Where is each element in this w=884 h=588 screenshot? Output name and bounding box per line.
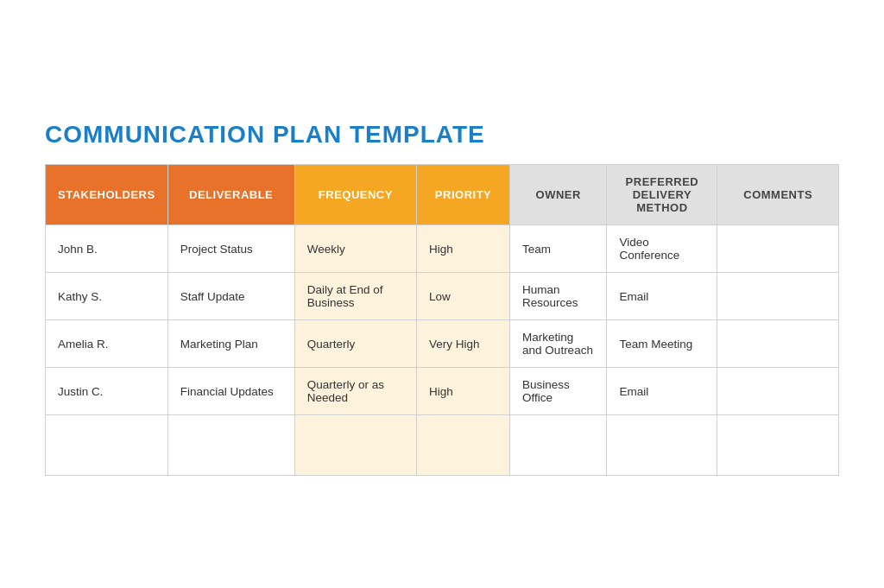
cell-stakeholder: Justin C. — [46, 368, 168, 415]
cell-priority: High — [417, 225, 510, 273]
page-container: COMMUNICATION PLAN TEMPLATE STAKEHOLDERS… — [19, 95, 865, 493]
page-title: COMMUNICATION PLAN TEMPLATE — [45, 121, 839, 149]
cell-owner: Human Resources — [510, 273, 607, 320]
cell-frequency — [294, 415, 416, 476]
cell-comments — [717, 225, 839, 273]
th-comments: COMMENTS — [717, 165, 839, 225]
cell-priority: Very High — [417, 320, 510, 368]
table-row: John B.Project StatusWeeklyHighTeamVideo… — [46, 225, 839, 273]
cell-frequency: Weekly — [294, 225, 416, 273]
th-owner: OWNER — [510, 165, 607, 225]
cell-frequency: Daily at End of Business — [294, 273, 416, 320]
cell-priority: Low — [417, 273, 510, 320]
cell-deliverable: Staff Update — [167, 273, 294, 320]
cell-delivery_method: Email — [607, 273, 717, 320]
th-priority: PRIORITY — [417, 165, 510, 225]
cell-owner: Business Office — [510, 368, 607, 415]
th-deliverable: DELIVERABLE — [167, 165, 294, 225]
header-row: STAKEHOLDERS DELIVERABLE FREQUENCY PRIOR… — [46, 165, 839, 225]
cell-stakeholder — [46, 415, 168, 476]
th-stakeholders: STAKEHOLDERS — [46, 165, 168, 225]
cell-comments — [717, 273, 839, 320]
cell-owner: Team — [510, 225, 607, 273]
cell-deliverable: Financial Updates — [167, 368, 294, 415]
cell-delivery_method — [607, 415, 717, 476]
cell-deliverable: Marketing Plan — [167, 320, 294, 368]
cell-owner — [510, 415, 607, 476]
cell-stakeholder: Kathy S. — [46, 273, 168, 320]
table-row: Justin C.Financial UpdatesQuarterly or a… — [46, 368, 839, 415]
cell-delivery_method: Team Meeting — [607, 320, 717, 368]
table-row: Amelia R.Marketing PlanQuarterlyVery Hig… — [46, 320, 839, 368]
cell-stakeholder: John B. — [46, 225, 168, 273]
cell-deliverable: Project Status — [167, 225, 294, 273]
table-body: John B.Project StatusWeeklyHighTeamVideo… — [46, 225, 839, 476]
cell-comments — [717, 415, 839, 476]
cell-priority: High — [417, 368, 510, 415]
cell-comments — [717, 368, 839, 415]
cell-delivery_method: Video Conference — [607, 225, 717, 273]
th-delivery-method: PREFERRED DELIVERY METHOD — [607, 165, 717, 225]
cell-frequency: Quarterly — [294, 320, 416, 368]
cell-comments — [717, 320, 839, 368]
cell-owner: Marketing and Outreach — [510, 320, 607, 368]
table-row — [46, 415, 839, 476]
cell-delivery_method: Email — [607, 368, 717, 415]
cell-stakeholder: Amelia R. — [46, 320, 168, 368]
communication-plan-table: STAKEHOLDERS DELIVERABLE FREQUENCY PRIOR… — [45, 164, 839, 476]
cell-deliverable — [167, 415, 294, 476]
th-frequency: FREQUENCY — [294, 165, 416, 225]
cell-priority — [417, 415, 510, 476]
cell-frequency: Quarterly or as Needed — [294, 368, 416, 415]
table-row: Kathy S.Staff UpdateDaily at End of Busi… — [46, 273, 839, 320]
